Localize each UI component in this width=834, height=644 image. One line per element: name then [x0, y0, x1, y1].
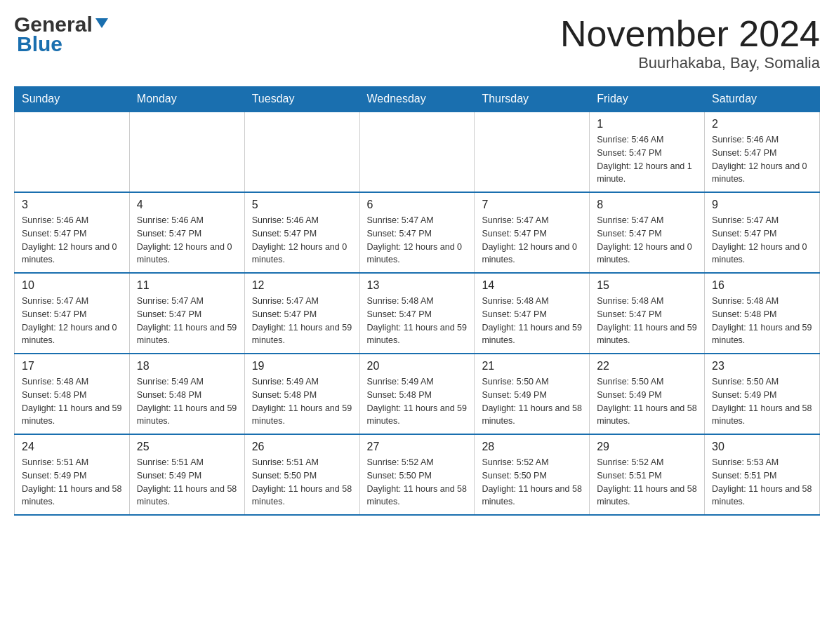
calendar-cell: 30Sunrise: 5:53 AM Sunset: 5:51 PM Dayli…: [705, 434, 820, 515]
header-row: SundayMondayTuesdayWednesdayThursdayFrid…: [15, 87, 820, 112]
day-number: 8: [597, 199, 697, 211]
day-of-week-header: Monday: [129, 87, 244, 112]
calendar-cell: 6Sunrise: 5:47 AM Sunset: 5:47 PM Daylig…: [359, 192, 475, 273]
calendar-week-row: 10Sunrise: 5:47 AM Sunset: 5:47 PM Dayli…: [15, 273, 820, 354]
day-number: 19: [252, 360, 352, 373]
day-sun-info: Sunrise: 5:47 AM Sunset: 5:47 PM Dayligh…: [22, 296, 117, 345]
day-number: 30: [712, 441, 812, 453]
svg-marker-0: [95, 18, 108, 28]
calendar-cell: 17Sunrise: 5:48 AM Sunset: 5:48 PM Dayli…: [15, 354, 130, 434]
calendar-week-row: 24Sunrise: 5:51 AM Sunset: 5:49 PM Dayli…: [15, 434, 820, 515]
day-number: 10: [22, 279, 122, 292]
day-sun-info: Sunrise: 5:47 AM Sunset: 5:47 PM Dayligh…: [137, 296, 237, 345]
calendar-cell: 2Sunrise: 5:46 AM Sunset: 5:47 PM Daylig…: [705, 112, 820, 192]
calendar-cell: 12Sunrise: 5:47 AM Sunset: 5:47 PM Dayli…: [244, 273, 359, 354]
calendar-cell: 29Sunrise: 5:52 AM Sunset: 5:51 PM Dayli…: [590, 434, 705, 515]
day-number: 21: [482, 360, 582, 373]
logo: General Blue: [14, 14, 110, 55]
day-number: 15: [597, 279, 697, 292]
day-sun-info: Sunrise: 5:53 AM Sunset: 5:51 PM Dayligh…: [712, 457, 812, 507]
calendar-title: November 2024: [560, 14, 820, 54]
calendar-subtitle: Buurhakaba, Bay, Somalia: [560, 54, 820, 72]
calendar-cell: 18Sunrise: 5:49 AM Sunset: 5:48 PM Dayli…: [129, 354, 244, 434]
calendar-cell: 9Sunrise: 5:47 AM Sunset: 5:47 PM Daylig…: [705, 192, 820, 273]
day-sun-info: Sunrise: 5:46 AM Sunset: 5:47 PM Dayligh…: [712, 135, 807, 184]
day-number: 1: [597, 118, 697, 130]
calendar-cell: 27Sunrise: 5:52 AM Sunset: 5:50 PM Dayli…: [359, 434, 475, 515]
calendar-cell: [129, 112, 244, 192]
day-number: 20: [367, 360, 468, 373]
day-number: 13: [367, 279, 468, 292]
calendar-cell: [475, 112, 590, 192]
day-of-week-header: Tuesday: [244, 87, 359, 112]
day-sun-info: Sunrise: 5:49 AM Sunset: 5:48 PM Dayligh…: [137, 377, 237, 426]
day-of-week-header: Thursday: [475, 87, 590, 112]
day-number: 16: [712, 279, 812, 292]
calendar-cell: 14Sunrise: 5:48 AM Sunset: 5:47 PM Dayli…: [475, 273, 590, 354]
day-number: 22: [597, 360, 697, 373]
day-number: 12: [252, 279, 352, 292]
day-sun-info: Sunrise: 5:52 AM Sunset: 5:51 PM Dayligh…: [597, 457, 696, 507]
day-sun-info: Sunrise: 5:52 AM Sunset: 5:50 PM Dayligh…: [367, 457, 467, 507]
day-number: 6: [367, 199, 468, 211]
day-sun-info: Sunrise: 5:48 AM Sunset: 5:48 PM Dayligh…: [22, 377, 121, 426]
day-number: 3: [22, 199, 122, 211]
day-number: 7: [482, 199, 582, 211]
day-number: 18: [137, 360, 237, 373]
day-sun-info: Sunrise: 5:49 AM Sunset: 5:48 PM Dayligh…: [252, 377, 352, 426]
day-number: 4: [137, 199, 237, 211]
calendar-cell: [359, 112, 475, 192]
day-number: 11: [137, 279, 237, 292]
day-of-week-header: Friday: [590, 87, 705, 112]
calendar-cell: 22Sunrise: 5:50 AM Sunset: 5:49 PM Dayli…: [590, 354, 705, 434]
calendar-week-row: 3Sunrise: 5:46 AM Sunset: 5:47 PM Daylig…: [15, 192, 820, 273]
day-number: 17: [22, 360, 122, 373]
day-sun-info: Sunrise: 5:50 AM Sunset: 5:49 PM Dayligh…: [597, 377, 696, 426]
day-number: 25: [137, 441, 237, 453]
day-number: 14: [482, 279, 582, 292]
day-number: 29: [597, 441, 697, 453]
logo-blue-text: Blue: [17, 32, 62, 55]
calendar-cell: 23Sunrise: 5:50 AM Sunset: 5:49 PM Dayli…: [705, 354, 820, 434]
calendar-cell: 8Sunrise: 5:47 AM Sunset: 5:47 PM Daylig…: [590, 192, 705, 273]
calendar-cell: 19Sunrise: 5:49 AM Sunset: 5:48 PM Dayli…: [244, 354, 359, 434]
calendar-cell: 3Sunrise: 5:46 AM Sunset: 5:47 PM Daylig…: [15, 192, 130, 273]
day-sun-info: Sunrise: 5:48 AM Sunset: 5:47 PM Dayligh…: [367, 296, 467, 345]
day-number: 24: [22, 441, 122, 453]
day-sun-info: Sunrise: 5:49 AM Sunset: 5:48 PM Dayligh…: [367, 377, 467, 426]
day-sun-info: Sunrise: 5:47 AM Sunset: 5:47 PM Dayligh…: [597, 215, 692, 264]
day-sun-info: Sunrise: 5:51 AM Sunset: 5:50 PM Dayligh…: [252, 457, 352, 507]
day-number: 9: [712, 199, 812, 211]
day-sun-info: Sunrise: 5:51 AM Sunset: 5:49 PM Dayligh…: [22, 457, 121, 507]
calendar-body: 1Sunrise: 5:46 AM Sunset: 5:47 PM Daylig…: [15, 112, 820, 515]
calendar-cell: 11Sunrise: 5:47 AM Sunset: 5:47 PM Dayli…: [129, 273, 244, 354]
calendar-cell: [15, 112, 130, 192]
calendar-cell: 28Sunrise: 5:52 AM Sunset: 5:50 PM Dayli…: [475, 434, 590, 515]
day-number: 26: [252, 441, 352, 453]
day-number: 2: [712, 118, 812, 130]
title-block: November 2024 Buurhakaba, Bay, Somalia: [560, 14, 820, 72]
calendar-cell: 16Sunrise: 5:48 AM Sunset: 5:48 PM Dayli…: [705, 273, 820, 354]
calendar-cell: [244, 112, 359, 192]
calendar-cell: 20Sunrise: 5:49 AM Sunset: 5:48 PM Dayli…: [359, 354, 475, 434]
day-sun-info: Sunrise: 5:47 AM Sunset: 5:47 PM Dayligh…: [712, 215, 807, 264]
calendar-header: SundayMondayTuesdayWednesdayThursdayFrid…: [15, 87, 820, 112]
day-sun-info: Sunrise: 5:50 AM Sunset: 5:49 PM Dayligh…: [482, 377, 581, 426]
calendar-cell: 10Sunrise: 5:47 AM Sunset: 5:47 PM Dayli…: [15, 273, 130, 354]
day-of-week-header: Saturday: [705, 87, 820, 112]
calendar-cell: 5Sunrise: 5:46 AM Sunset: 5:47 PM Daylig…: [244, 192, 359, 273]
logo-arrow-icon: [94, 15, 110, 31]
day-of-week-header: Wednesday: [359, 87, 475, 112]
calendar-cell: 25Sunrise: 5:51 AM Sunset: 5:49 PM Dayli…: [129, 434, 244, 515]
day-sun-info: Sunrise: 5:47 AM Sunset: 5:47 PM Dayligh…: [252, 296, 352, 345]
day-sun-info: Sunrise: 5:48 AM Sunset: 5:47 PM Dayligh…: [482, 296, 581, 345]
calendar-cell: 1Sunrise: 5:46 AM Sunset: 5:47 PM Daylig…: [590, 112, 705, 192]
day-sun-info: Sunrise: 5:46 AM Sunset: 5:47 PM Dayligh…: [22, 215, 117, 264]
calendar-cell: 13Sunrise: 5:48 AM Sunset: 5:47 PM Dayli…: [359, 273, 475, 354]
day-sun-info: Sunrise: 5:46 AM Sunset: 5:47 PM Dayligh…: [252, 215, 348, 264]
day-sun-info: Sunrise: 5:46 AM Sunset: 5:47 PM Dayligh…: [137, 215, 232, 264]
day-sun-info: Sunrise: 5:48 AM Sunset: 5:48 PM Dayligh…: [712, 296, 812, 345]
day-of-week-header: Sunday: [15, 87, 130, 112]
calendar-cell: 15Sunrise: 5:48 AM Sunset: 5:47 PM Dayli…: [590, 273, 705, 354]
day-number: 23: [712, 360, 812, 373]
